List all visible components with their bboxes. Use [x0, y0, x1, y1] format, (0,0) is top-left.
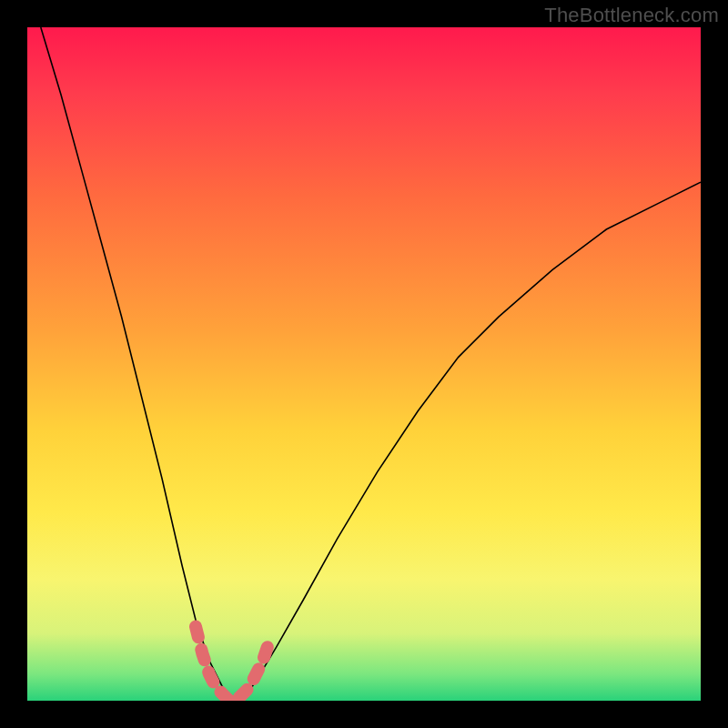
right-branch-curve [243, 182, 701, 701]
chart-svg [27, 27, 701, 701]
plot-area [27, 27, 701, 701]
watermark-text: TheBottleneck.com [544, 4, 719, 27]
outer-frame: TheBottleneck.com [0, 0, 728, 728]
left-branch-curve [41, 27, 229, 701]
highlighted-valley [196, 627, 269, 701]
